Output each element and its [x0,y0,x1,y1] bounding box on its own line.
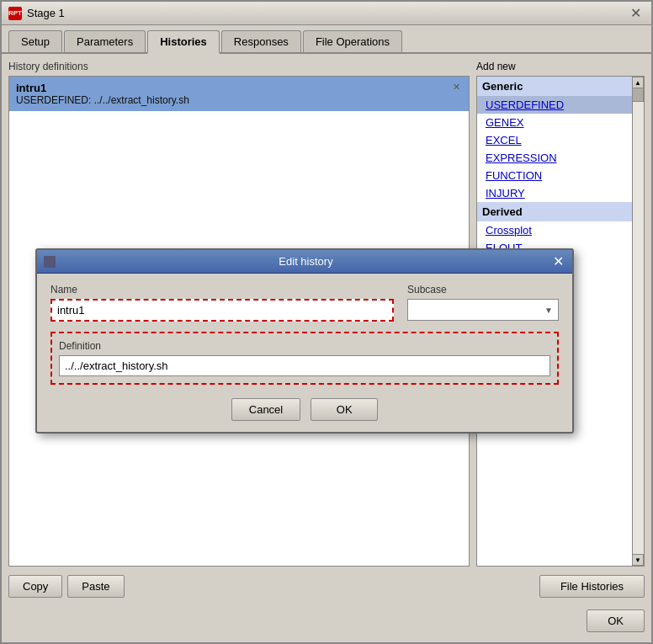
tab-responses[interactable]: Responses [221,30,301,52]
list-item-crossplot[interactable]: Crossplot [477,221,632,239]
dialog-close-button[interactable]: ✕ [551,253,565,269]
dialog-title: Edit history [61,255,551,268]
dialog-buttons: Cancel OK [50,395,559,421]
paste-button[interactable]: Paste [67,575,124,598]
dialog-icon [44,256,56,268]
list-item-expression[interactable]: EXPRESSION [477,149,632,167]
name-label: Name [50,284,394,295]
definition-box: Definition [50,332,559,385]
edit-history-dialog: Edit history ✕ Name Subcase ▼ Definition [35,248,574,434]
window-title: Stage 1 [27,7,65,19]
title-bar: RPT Stage 1 ✕ [2,2,651,25]
scroll-down-button[interactable]: ▼ [632,554,644,566]
main-ok-button[interactable]: OK [587,609,645,632]
file-histories-button[interactable]: File Histories [539,575,645,598]
definition-input[interactable] [59,355,550,376]
history-item-def: USERDEFINED: ../../extract_history.sh [16,94,448,106]
section-header-derived: Derived [477,202,632,221]
list-item-userdefined[interactable]: USERDEFINED [477,96,632,114]
name-field-container: Name [50,284,394,322]
subcase-select[interactable]: ▼ [407,299,559,321]
list-item-genex[interactable]: GENEX [477,114,632,131]
bottom-ok-row: OK [8,606,645,636]
dialog-ok-button[interactable]: OK [311,398,378,421]
subcase-field-container: Subcase ▼ [407,284,559,321]
dialog-cancel-button[interactable]: Cancel [231,398,300,421]
history-item-text: intru1 USERDEFINED: ../../extract_histor… [16,82,448,106]
section-header-generic: Generic [477,77,632,96]
scroll-up-button[interactable]: ▲ [632,77,644,88]
scrollbar-track[interactable]: ▲ ▼ [632,77,644,566]
list-item-injury[interactable]: INJURY [477,184,632,202]
bottom-buttons: Copy Paste File Histories [8,572,645,601]
app-icon: RPT [8,7,22,20]
dialog-title-bar: Edit history ✕ [37,250,572,274]
bottom-left-buttons: Copy Paste [8,575,125,598]
history-item-close-button[interactable]: ✕ [451,82,462,93]
tab-histories[interactable]: Histories [147,30,220,54]
dialog-name-subcase-row: Name Subcase ▼ [50,284,559,322]
tab-bar: Setup Parameters Histories Responses Fil… [2,25,651,54]
list-item-function[interactable]: FUNCTION [477,167,632,184]
add-new-label: Add new [476,61,645,72]
copy-button[interactable]: Copy [8,575,62,598]
title-bar-left: RPT Stage 1 [8,7,65,20]
list-item-excel[interactable]: EXCEL [477,131,632,149]
history-item[interactable]: intru1 USERDEFINED: ../../extract_histor… [9,77,469,111]
tab-setup[interactable]: Setup [8,30,62,52]
select-arrow-icon: ▼ [544,306,553,315]
tab-file-operations[interactable]: File Operations [303,30,402,52]
history-item-name: intru1 [16,82,448,94]
dialog-body: Name Subcase ▼ Definition Cancel OK [37,274,572,431]
subcase-label: Subcase [407,284,559,295]
history-panel-label: History definitions [8,61,470,72]
tab-parameters[interactable]: Parameters [64,30,146,52]
window-close-button[interactable]: ✕ [627,3,645,23]
definition-label: Definition [59,340,550,352]
name-input[interactable] [50,299,394,322]
